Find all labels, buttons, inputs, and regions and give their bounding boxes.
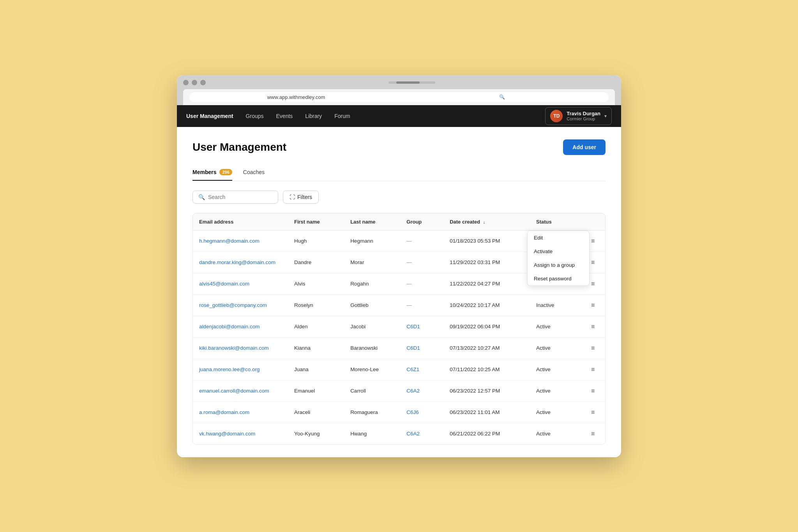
nav-groups[interactable]: Groups	[246, 113, 264, 119]
cell-date-created: 06/23/2022 11:01 AM	[443, 402, 530, 423]
cell-date-created: 11/29/2022 03:31 PM	[443, 252, 530, 273]
no-group: —	[406, 281, 412, 287]
status-badge: Inactive	[536, 302, 554, 308]
address-bar: www.app.withmedley.com 🔍	[183, 89, 615, 105]
table-row: aldenjacobi@domain.com Alden Jacobi C6D1…	[193, 316, 605, 337]
email-link[interactable]: juana.moreno.lee@co.org	[199, 366, 260, 372]
filters-label: Filters	[297, 194, 312, 200]
email-link[interactable]: dandre.morar.king@domain.com	[199, 259, 275, 265]
url-search-icon: 🔍	[401, 94, 603, 100]
tab-coaches[interactable]: Coaches	[243, 166, 265, 181]
email-link[interactable]: a.roma@domain.com	[199, 409, 249, 415]
nav-library[interactable]: Library	[305, 113, 322, 119]
cell-actions: ≡	[582, 337, 605, 359]
members-count-badge: 296	[219, 169, 232, 175]
browser-minimize-btn	[192, 80, 197, 85]
dropdown-item[interactable]: Edit	[528, 231, 589, 245]
user-org: Cormier Group	[567, 116, 600, 121]
email-link[interactable]: vk.hwang@domain.com	[199, 431, 255, 437]
email-link[interactable]: h.hegmann@domain.com	[199, 238, 260, 244]
page-title: User Management	[192, 141, 286, 153]
table-row: emanuel.carroll@domain.com Emanuel Carro…	[193, 380, 605, 402]
cell-firstname: Dandre	[288, 252, 344, 273]
group-link[interactable]: C6A2	[406, 388, 420, 394]
group-link[interactable]: C6A2	[406, 431, 420, 437]
filters-button[interactable]: ⛶ Filters	[283, 190, 319, 204]
group-link[interactable]: C6J6	[406, 409, 419, 415]
email-link[interactable]: rose_gottlieb@company.com	[199, 302, 267, 308]
cell-firstname: Alden	[288, 316, 344, 337]
cell-group: C6Z1	[400, 359, 443, 380]
top-nav: User Management Groups Events Library Fo…	[177, 105, 621, 127]
col-header-firstname: First name	[288, 213, 344, 231]
cell-email: juana.moreno.lee@co.org	[193, 359, 288, 380]
scrollbar-track	[388, 81, 435, 84]
tab-members[interactable]: Members 296	[192, 166, 232, 181]
col-header-date-created[interactable]: Date created ↓	[443, 213, 530, 231]
cell-status: Active	[530, 423, 582, 444]
group-link[interactable]: C6D1	[406, 324, 420, 329]
cell-lastname: Hegmann	[344, 230, 400, 252]
email-link[interactable]: aldenjacobi@domain.com	[199, 324, 260, 329]
row-menu-button[interactable]: ≡	[588, 322, 598, 332]
cell-email: h.hegmann@domain.com	[193, 230, 288, 252]
avatar: TD	[550, 110, 563, 122]
cell-firstname: Emanuel	[288, 380, 344, 402]
nav-forum[interactable]: Forum	[334, 113, 350, 119]
group-link[interactable]: C6D1	[406, 345, 420, 351]
browser-controls	[183, 80, 615, 85]
no-group: —	[406, 238, 412, 244]
table-row: juana.moreno.lee@co.org Juana Moreno-Lee…	[193, 359, 605, 380]
email-link[interactable]: alvis45@domain.com	[199, 281, 249, 287]
sort-down-icon: ↓	[483, 220, 486, 224]
cell-email: kiki.baranowski@domain.com	[193, 337, 288, 359]
cell-lastname: Hwang	[344, 423, 400, 444]
cell-actions: ≡	[582, 359, 605, 380]
dropdown-item[interactable]: Reset password	[528, 272, 589, 285]
search-wrapper: 🔍	[192, 190, 278, 204]
row-menu-button[interactable]: ≡	[588, 343, 598, 353]
row-menu-button[interactable]: ≡	[588, 386, 598, 396]
users-table: Email address First name Last name Group…	[193, 213, 605, 444]
col-header-status: Status	[530, 213, 582, 231]
email-link[interactable]: kiki.baranowski@domain.com	[199, 345, 269, 351]
email-link[interactable]: emanuel.carroll@domain.com	[199, 388, 269, 394]
cell-firstname: Araceli	[288, 402, 344, 423]
cell-email: a.roma@domain.com	[193, 402, 288, 423]
cell-actions: ≡	[582, 294, 605, 316]
table-row: a.roma@domain.com Araceli Romaguera C6J6…	[193, 402, 605, 423]
page-header: User Management Add user	[192, 139, 606, 155]
col-header-actions	[582, 213, 605, 231]
dropdown-item[interactable]: Assign to a group	[528, 258, 589, 272]
cell-group: —	[400, 252, 443, 273]
cell-firstname: Hugh	[288, 230, 344, 252]
cell-group: —	[400, 273, 443, 294]
cell-actions: ≡ EditActivateAssign to a groupReset pas…	[582, 230, 605, 252]
cell-email: vk.hwang@domain.com	[193, 423, 288, 444]
cell-lastname: Morar	[344, 252, 400, 273]
add-user-button[interactable]: Add user	[563, 139, 606, 155]
cell-group: C6J6	[400, 402, 443, 423]
search-input[interactable]	[208, 194, 272, 200]
user-menu[interactable]: TD Travis Durgan Cormier Group ▾	[545, 107, 612, 125]
nav-events[interactable]: Events	[276, 113, 293, 119]
url-bar[interactable]: www.app.withmedley.com 🔍	[189, 92, 609, 102]
row-menu-button[interactable]: ≡	[588, 407, 598, 417]
cell-group: —	[400, 230, 443, 252]
user-name: Travis Durgan	[567, 111, 600, 116]
toolbar: 🔍 ⛶ Filters	[192, 190, 606, 204]
row-menu-button[interactable]: ≡	[588, 300, 598, 310]
cell-email: alvis45@domain.com	[193, 273, 288, 294]
row-menu-button[interactable]: ≡	[588, 365, 598, 375]
status-badge: Active	[536, 388, 551, 394]
cell-lastname: Moreno-Lee	[344, 359, 400, 380]
col-header-lastname: Last name	[344, 213, 400, 231]
row-menu-button[interactable]: ≡	[588, 429, 598, 439]
dropdown-item[interactable]: Activate	[528, 245, 589, 258]
cell-group: C6A2	[400, 380, 443, 402]
col-header-email: Email address	[193, 213, 288, 231]
group-link[interactable]: C6Z1	[406, 366, 419, 372]
cell-group: C6A2	[400, 423, 443, 444]
nav-user-management[interactable]: User Management	[186, 113, 233, 119]
browser-scrollbar	[209, 81, 615, 84]
